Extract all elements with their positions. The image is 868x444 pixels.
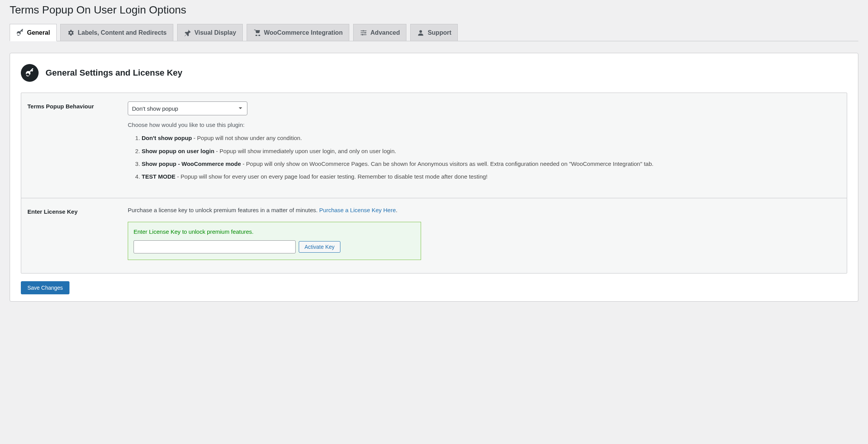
svg-point-3 [364,32,365,33]
tab-woocommerce-integration[interactable]: WooCommerce Integration [247,24,349,41]
key-icon [16,29,24,37]
sliders-icon [360,29,367,37]
tab-label: Support [428,27,451,38]
section-title: General Settings and License Key [46,68,183,78]
save-changes-button[interactable]: Save Changes [21,281,69,294]
tab-visual-display[interactable]: Visual Display [177,24,243,41]
cart-icon [253,29,261,37]
tab-label: WooCommerce Integration [264,27,343,38]
list-item: Show popup - WooCommerce mode - Popup wi… [142,159,841,168]
field-label: Enter License Key [27,207,128,260]
tab-general[interactable]: General [10,24,57,41]
pin-icon [184,29,191,37]
row-enter-license-key: Enter License Key Purchase a license key… [21,198,847,273]
row-terms-popup-behaviour: Terms Popup Behaviour Don't show popup C… [21,93,847,198]
section-header: General Settings and License Key [21,64,847,82]
license-hint: Enter License Key to unlock premium feat… [134,228,415,235]
form-table: Terms Popup Behaviour Don't show popup C… [21,93,847,273]
behaviour-options-list: Don't show popup - Popup will not show u… [142,133,841,181]
user-icon [417,29,425,37]
tab-bar: General Labels, Content and Redirects Vi… [10,23,858,41]
tab-label: Advanced [371,27,400,38]
page-title: Terms Popup On User Login Options [10,4,858,16]
purchase-line: Purchase a license key to unlock premium… [128,207,841,213]
license-key-input[interactable] [134,240,296,253]
license-box: Enter License Key to unlock premium feat… [128,222,421,260]
svg-point-5 [420,30,422,33]
list-item: Don't show popup - Popup will not show u… [142,133,841,142]
tab-support[interactable]: Support [410,24,458,41]
svg-point-2 [362,30,364,31]
list-item: Show popup on user login - Popup will sh… [142,147,841,155]
tab-label: General [27,27,50,38]
tab-advanced[interactable]: Advanced [353,24,406,41]
tab-label: Labels, Content and Redirects [78,27,166,38]
settings-panel: General Settings and License Key Terms P… [10,53,858,302]
terms-popup-behaviour-select[interactable]: Don't show popup [128,101,247,115]
svg-point-4 [362,34,363,35]
tab-label: Visual Display [195,27,236,38]
purchase-license-link[interactable]: Purchase a License Key Here [319,207,396,213]
gear-icon [67,29,74,37]
activate-key-button[interactable]: Activate Key [299,241,340,253]
field-label: Terms Popup Behaviour [27,101,128,185]
key-icon [21,64,39,82]
svg-point-0 [255,35,257,36]
list-item: TEST MODE - Popup will show for every us… [142,172,841,181]
svg-point-1 [258,35,259,36]
help-intro: Choose how would you like to use this pl… [128,122,841,128]
tab-labels-content-redirects[interactable]: Labels, Content and Redirects [60,24,173,41]
